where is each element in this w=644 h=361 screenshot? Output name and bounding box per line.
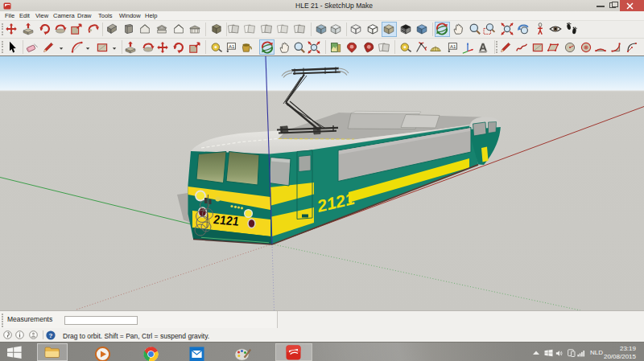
- svg-text:A1: A1: [450, 43, 456, 48]
- svg-text:?: ?: [49, 332, 53, 339]
- svg-text:A1: A1: [229, 43, 235, 48]
- svg-text:2121: 2121: [213, 212, 241, 228]
